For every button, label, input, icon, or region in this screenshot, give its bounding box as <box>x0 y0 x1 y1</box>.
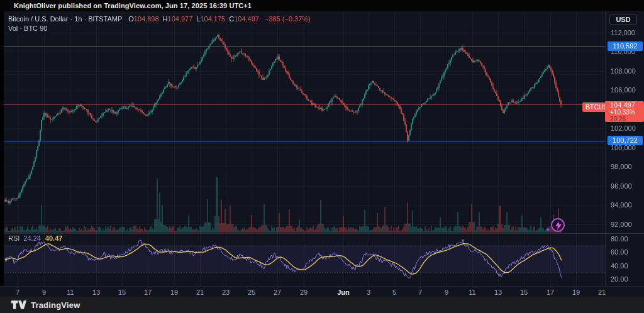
rsi-value: 24.24 <box>23 234 41 242</box>
time-tick-label: 17 <box>547 288 554 296</box>
tradingview-logo-icon[interactable] <box>11 300 26 310</box>
time-tick-label: 7 <box>16 288 19 296</box>
price-tick-label: 98,000 <box>611 163 632 170</box>
ohlc-value: 104,898 <box>134 15 159 23</box>
price-tick-label: 92,000 <box>611 221 632 228</box>
time-tick-label: 21 <box>196 288 204 296</box>
time-tick-label: 23 <box>222 288 230 296</box>
price-tick-label: 102,000 <box>611 124 636 132</box>
publish-line: KnightOliver published on TradingView.co… <box>14 2 252 9</box>
time-tick-label: 29 <box>300 288 308 296</box>
price-tick-label: 108,000 <box>611 67 636 75</box>
change-value: −385 (−0.37%) <box>265 15 311 23</box>
time-tick-label: 27 <box>274 288 281 296</box>
time-tick-label: 5 <box>392 288 396 296</box>
last-price: 104,497 <box>610 102 644 109</box>
volume-value: 90 <box>40 25 47 32</box>
time-tick-label: 9 <box>42 288 46 296</box>
publish-bar: KnightOliver published on TradingView.co… <box>0 0 644 11</box>
lightning-icon <box>555 221 562 230</box>
time-axis[interactable]: 7911131517192123252729Jun357911131517192… <box>0 286 644 297</box>
time-tick-label: 19 <box>170 288 178 296</box>
ohlc-label: O <box>128 15 134 23</box>
rsi-tick-label: 40.00 <box>611 262 628 270</box>
time-tick-label: 19 <box>572 288 580 296</box>
tradingview-brand[interactable]: TradingView <box>31 300 80 310</box>
tradingview-snapshot: KnightOliver published on TradingView.co… <box>0 0 644 313</box>
last-price-change-pct: +10.33% <box>610 109 644 116</box>
time-tick-label: 15 <box>520 288 528 296</box>
rsi-ma-value: 40.47 <box>45 234 63 242</box>
ohlc-values: O104,898H104,977L104,175C104,497 <box>128 15 263 23</box>
time-tick-label: 7 <box>418 288 422 296</box>
time-tick-label: 3 <box>367 288 370 296</box>
price-tick-label: 96,000 <box>611 182 632 190</box>
chart-area: Bitcoin / U.S. Dollar · 1h · BITSTAMP O1… <box>0 11 644 297</box>
ohlc-value: 104,977 <box>168 15 193 23</box>
time-tick-label: 9 <box>445 288 448 296</box>
rsi-label: RSI <box>8 234 19 242</box>
left-edge-mask <box>0 11 4 297</box>
alert-price-badge: 100,722 <box>608 136 643 145</box>
rsi-tick-label: 20.00 <box>611 275 628 283</box>
time-tick-label: 17 <box>144 288 152 296</box>
footer-bar: TradingView <box>0 297 644 313</box>
price-tick-label: 94,000 <box>611 201 632 209</box>
currency-toggle-button[interactable]: USD <box>609 14 637 25</box>
candle-countdown: 20:26 <box>610 116 644 123</box>
price-axis[interactable]: USD 112,000110,000108,000106,000102,0001… <box>605 11 644 286</box>
boost-button[interactable] <box>551 218 565 232</box>
price-tick-label: 106,000 <box>611 86 636 94</box>
time-tick-label: 21 <box>598 288 606 296</box>
time-tick-label: 11 <box>469 288 475 296</box>
ohlc-label: H <box>163 15 168 23</box>
time-tick-label: Jun <box>337 288 350 296</box>
price-chart-canvas[interactable] <box>0 11 644 286</box>
volume-legend[interactable]: Vol · BTC 90 <box>8 25 47 32</box>
ohlc-value: 104,497 <box>234 15 259 23</box>
rsi-tick-label: 60.00 <box>611 248 628 256</box>
price-tick-label: 112,000 <box>611 29 635 36</box>
time-tick-label: 15 <box>118 288 126 296</box>
rsi-legend[interactable]: RSI24.2440.47 <box>8 234 62 242</box>
ohlc-value: 104,175 <box>200 15 225 23</box>
time-tick-label: 25 <box>248 288 255 296</box>
ohlc-label: C <box>229 15 234 23</box>
time-tick-label: 13 <box>494 288 502 296</box>
time-tick-label: 11 <box>67 288 74 296</box>
last-price-badge: 104,497 +10.33% 20:26 <box>605 101 644 122</box>
symbol-title: Bitcoin / U.S. Dollar · 1h · BITSTAMP <box>8 15 122 23</box>
rsi-tick-label: 80.00 <box>611 235 628 243</box>
sparkle-icon: ✦ <box>545 226 550 233</box>
time-tick-label: 13 <box>92 288 100 296</box>
alert-price-badge: 110,592 <box>608 41 643 51</box>
symbol-legend[interactable]: Bitcoin / U.S. Dollar · 1h · BITSTAMP O1… <box>8 15 311 23</box>
volume-label: Vol · BTC <box>8 25 38 32</box>
